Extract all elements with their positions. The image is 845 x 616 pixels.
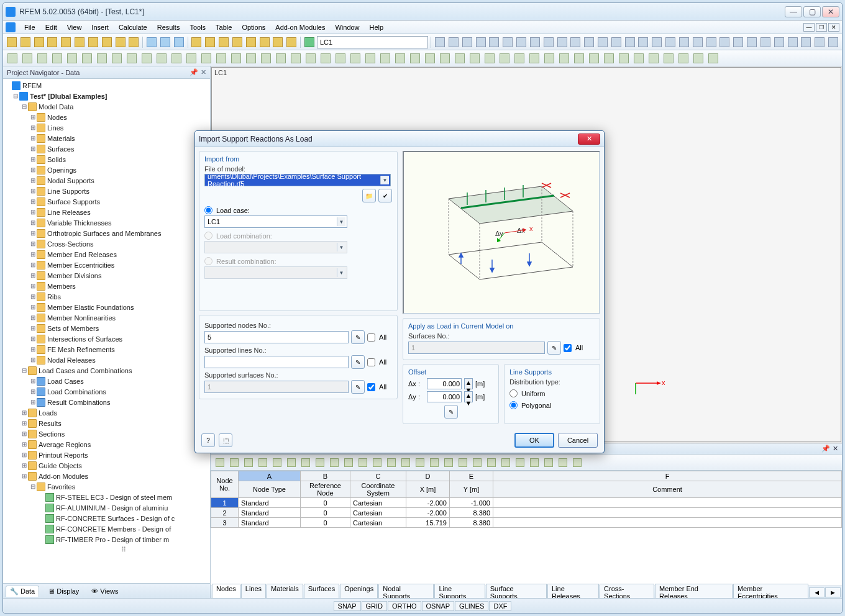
tree-root[interactable]: RFEM [3, 80, 210, 91]
check-button[interactable]: ✔ [378, 189, 392, 202]
grid-tab-prev[interactable]: ◄ [809, 587, 824, 597]
tree-item[interactable]: ⊞Solids [3, 154, 210, 165]
pick-apply-surfaces[interactable]: ✎ [547, 341, 561, 355]
menu-view[interactable]: View [62, 22, 87, 32]
tree-item[interactable]: ⊞Members [3, 281, 210, 291]
toolbar-button[interactable] [217, 35, 230, 49]
col-header-f[interactable]: F [493, 471, 842, 481]
grid-tab[interactable]: Materials [267, 584, 303, 599]
toolbar-button[interactable] [19, 35, 32, 49]
grid-toolbar-button[interactable] [227, 456, 241, 469]
grid-toolbar-button[interactable] [499, 456, 513, 469]
toolbar-button[interactable] [488, 35, 500, 49]
toolbar-button[interactable] [637, 35, 650, 49]
grid-tab[interactable]: Lines [241, 584, 266, 599]
menu-options[interactable]: Options [237, 22, 270, 32]
toolbar-button[interactable] [245, 35, 257, 49]
toolbar-button[interactable] [617, 52, 631, 65]
status-cell[interactable]: OSNAP [422, 601, 455, 611]
toolbar-button[interactable] [529, 35, 541, 49]
grid-toolbar-button[interactable] [356, 456, 370, 469]
tree-item[interactable]: ⊞Openings [3, 165, 210, 175]
grid-toolbar-button[interactable] [427, 456, 441, 469]
tree-item[interactable]: ⊞Loads [3, 407, 210, 418]
grid-toolbar-button[interactable] [285, 456, 298, 469]
tree-item[interactable]: RF-TIMBER Pro - Design of timber m [3, 534, 210, 545]
tree-item[interactable]: ⊞Printout Reports [3, 450, 210, 460]
toolbar-button[interactable] [289, 52, 303, 65]
toolbar-button[interactable] [46, 35, 58, 49]
radio-loadcase[interactable]: Load case: [204, 206, 392, 214]
toolbar-button[interactable] [35, 52, 49, 65]
grid-tab[interactable]: Openings [340, 584, 378, 599]
grid-toolbar-button[interactable] [327, 456, 341, 469]
toolbar-button[interactable] [624, 35, 636, 49]
dialog-close-button[interactable]: ✕ [578, 134, 600, 145]
grid-toolbar-button[interactable] [456, 456, 470, 469]
toolbar-button[interactable] [244, 52, 258, 65]
toolbar-button[interactable] [542, 35, 555, 49]
toolbar-button[interactable] [6, 52, 19, 65]
grid-toolbar-button[interactable] [213, 456, 227, 469]
toolbar-button[interactable] [583, 35, 595, 49]
all-surfaces-check[interactable]: All [367, 383, 386, 391]
toolbar-button[interactable] [610, 35, 623, 49]
menu-window[interactable]: Window [330, 22, 364, 32]
tree-item[interactable]: RF-STEEL EC3 - Design of steel mem [3, 492, 210, 502]
toolbar-button[interactable] [204, 35, 216, 49]
mdi-minimize[interactable]: — [803, 23, 815, 32]
toolbar-button[interactable] [438, 52, 452, 65]
toolbar-button[interactable] [732, 35, 744, 49]
toolbar-button[interactable] [787, 35, 799, 49]
file-combo[interactable]: uments\Dlubal\Projects\Examples\Surface … [204, 174, 391, 186]
table-row[interactable]: 3Standard0Cartesian15.7198.380 [211, 518, 842, 528]
tree-item[interactable]: RF-CONCRETE Surfaces - Design of c [3, 513, 210, 523]
toolbar-button[interactable] [199, 52, 213, 65]
dy-spinner[interactable]: ▲▼ [464, 391, 473, 402]
help-button[interactable]: ? [201, 433, 215, 447]
toolbar-button[interactable] [719, 35, 731, 49]
pick-nodes-button[interactable]: ✎ [351, 330, 365, 344]
loadcase-combo[interactable]: LC1▼ [204, 215, 347, 228]
grid-tab[interactable]: Line Supports [434, 584, 485, 599]
toolbar-button[interactable] [632, 52, 646, 65]
toolbar-button[interactable] [692, 35, 704, 49]
toolbar-button[interactable] [557, 52, 571, 65]
toolbar-button[interactable] [95, 52, 109, 65]
tree-item[interactable]: ⊞Nodal Releases [3, 355, 210, 365]
grid-tab[interactable]: Surface Supports [486, 584, 547, 599]
toolbar-button[interactable] [447, 35, 460, 49]
menu-addon[interactable]: Add-on Modules [270, 22, 330, 32]
toolbar-button[interactable] [6, 35, 18, 49]
col-header-c[interactable]: C [350, 471, 406, 481]
menu-calculate[interactable]: Calculate [114, 22, 152, 32]
toolbar-button[interactable] [21, 52, 34, 65]
grid-toolbar-button[interactable] [470, 456, 484, 469]
grid-pin-icon[interactable]: 📌 [821, 445, 830, 453]
nav-tab-data[interactable]: 🔧Data [6, 586, 39, 597]
pick-surfaces-button[interactable]: ✎ [351, 380, 365, 394]
toolbar-button[interactable] [706, 52, 720, 65]
browse-button[interactable]: 📁 [362, 189, 376, 202]
toolbar-button[interactable] [528, 52, 541, 65]
toolbar-button[interactable] [87, 35, 99, 49]
toolbar-button[interactable] [80, 52, 94, 65]
menu-file[interactable]: File [19, 22, 40, 32]
toolbar-button[interactable] [125, 52, 139, 65]
tree-project[interactable]: ⊟Test* [Dlubal Examples] [3, 91, 210, 101]
toolbar-button[interactable] [587, 52, 601, 65]
all-nodes-check[interactable]: All [367, 333, 386, 342]
tree-item[interactable]: ⊞Variable Thicknesses [3, 217, 210, 228]
tree-favorites[interactable]: ⊟Favorites [3, 481, 210, 492]
toolbar-button[interactable] [800, 35, 813, 49]
toolbar-button[interactable] [461, 35, 473, 49]
loadcase-combo[interactable]: LC1 [317, 36, 428, 48]
dx-input[interactable] [427, 378, 462, 389]
tree-model-data[interactable]: ⊟Model Data [3, 101, 210, 112]
tree-item[interactable]: ⊞Nodal Supports [3, 175, 210, 186]
menu-insert[interactable]: Insert [86, 22, 114, 32]
col-header-d[interactable]: D [406, 471, 450, 481]
pin-icon[interactable]: 📌 [190, 68, 198, 76]
tree-item[interactable]: RF-CONCRETE Members - Design of [3, 523, 210, 534]
table-row[interactable]: 1Standard0Cartesian-2.000-1.000 [211, 498, 842, 508]
